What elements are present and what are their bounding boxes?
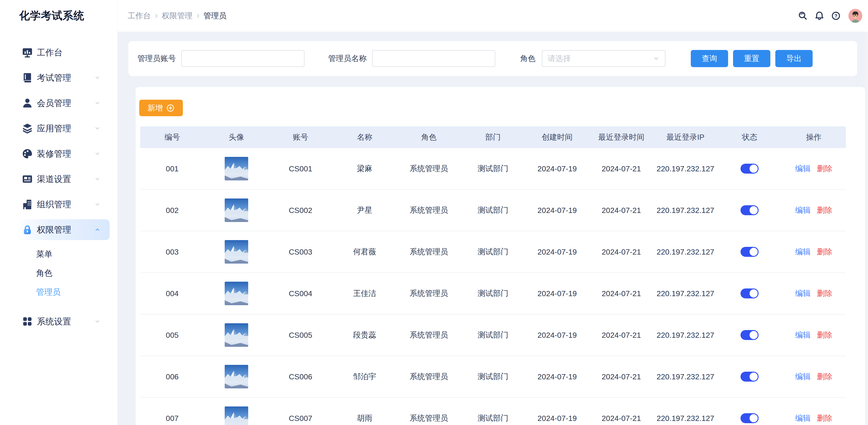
- app-logo: 化学考试系统: [19, 8, 84, 23]
- sidebar-item-book[interactable]: 考试管理: [0, 67, 117, 88]
- toggle-knob: [749, 290, 758, 298]
- help-icon[interactable]: ?: [831, 11, 841, 21]
- cell-last-login-ip: 220.197.232.127: [653, 314, 718, 356]
- sidebar-item-label: 渠道设置: [37, 173, 71, 185]
- role-select[interactable]: 请选择: [542, 50, 665, 67]
- edit-link[interactable]: 编辑: [795, 413, 811, 423]
- scrollbar-track[interactable]: [865, 32, 868, 425]
- sidebar-item-dashboard[interactable]: 工作台: [0, 42, 117, 63]
- delete-link[interactable]: 删除: [817, 330, 832, 340]
- cell-id: 006: [140, 356, 204, 397]
- edit-link[interactable]: 编辑: [795, 163, 811, 174]
- sidebar-subitem[interactable]: 菜单: [0, 245, 117, 264]
- table-row: 005: [140, 314, 846, 356]
- add-button[interactable]: 新增: [139, 100, 183, 116]
- layers-icon: [22, 123, 33, 134]
- cell-id: 003: [140, 231, 204, 272]
- table-row: 004: [140, 273, 846, 314]
- cell-department: 测试部门: [461, 231, 525, 272]
- cell-name: 尹星: [333, 190, 397, 231]
- cell-id: 007: [140, 398, 204, 425]
- user-photo: [225, 365, 248, 388]
- cell-account: CS001: [269, 148, 333, 189]
- cell-name: 段贵蕊: [333, 314, 397, 356]
- admin-account-input[interactable]: [181, 50, 305, 67]
- chevron-down-icon: [652, 55, 660, 62]
- breadcrumb-item-workbench[interactable]: 工作台: [128, 11, 151, 21]
- sidebar-item-layers[interactable]: 应用管理: [0, 118, 117, 139]
- palette-icon: [22, 148, 33, 160]
- export-button[interactable]: 导出: [775, 50, 813, 67]
- cell-actions: 编辑 删除: [782, 398, 846, 425]
- bell-icon[interactable]: [814, 11, 825, 21]
- cell-status: [717, 231, 782, 272]
- cell-account: CS005: [269, 314, 333, 356]
- status-toggle[interactable]: [741, 247, 758, 257]
- sidebar-item-card[interactable]: 渠道设置: [0, 169, 117, 189]
- cell-role: 系统管理员: [397, 314, 461, 356]
- cell-department: 测试部门: [461, 314, 525, 356]
- user-photo: [225, 199, 248, 222]
- cell-name: 梁麻: [333, 148, 397, 189]
- admin-name-input[interactable]: [372, 50, 495, 67]
- user-avatar[interactable]: [848, 9, 862, 23]
- grid-icon: [22, 315, 33, 327]
- status-toggle[interactable]: [741, 413, 758, 423]
- edit-link[interactable]: 编辑: [795, 330, 811, 340]
- sidebar-item-label: 组织管理: [37, 199, 71, 210]
- cell-actions: 编辑 删除: [782, 356, 846, 397]
- query-button[interactable]: 查询: [691, 50, 728, 67]
- status-toggle[interactable]: [741, 372, 758, 382]
- cell-role: 系统管理员: [397, 356, 461, 397]
- delete-link[interactable]: 删除: [817, 288, 832, 299]
- cell-account: CS007: [269, 398, 333, 425]
- toggle-knob: [749, 248, 758, 256]
- sidebar-item-user[interactable]: 会员管理: [0, 93, 117, 114]
- cell-status: [717, 148, 782, 189]
- status-toggle[interactable]: [741, 330, 758, 340]
- cell-created-time: 2024-07-19: [525, 356, 589, 397]
- cell-account: CS003: [269, 231, 333, 272]
- status-toggle[interactable]: [741, 205, 758, 215]
- cell-last-login-ip: 220.197.232.127: [653, 148, 718, 189]
- cell-avatar: [204, 273, 269, 314]
- delete-link[interactable]: 删除: [817, 371, 832, 382]
- status-toggle[interactable]: [741, 164, 758, 174]
- breadcrumb-item-permission[interactable]: 权限管理: [162, 11, 193, 21]
- add-button-label: 新增: [148, 103, 163, 113]
- edit-link[interactable]: 编辑: [795, 247, 811, 257]
- cell-department: 测试部门: [461, 356, 525, 397]
- search-icon[interactable]: [798, 11, 808, 21]
- chevron-up-icon: [94, 226, 101, 233]
- status-toggle[interactable]: [741, 289, 758, 298]
- toggle-knob: [749, 372, 758, 381]
- edit-link[interactable]: 编辑: [795, 205, 811, 215]
- reset-button[interactable]: 重置: [733, 50, 770, 67]
- book-icon: [22, 72, 33, 84]
- cell-name: 何君薇: [333, 231, 397, 272]
- sidebar-item-palette[interactable]: 装修管理: [0, 143, 117, 164]
- topbar-actions: ?: [798, 9, 862, 23]
- chevron-down-icon: [94, 99, 101, 107]
- sidebar-submenu: 菜单角色管理员: [0, 245, 117, 302]
- delete-link[interactable]: 删除: [817, 413, 832, 423]
- sidebar: 化学考试系统 工作台考试管理会员管理应用管理装修管理渠道设置组织管理权限管理菜单…: [0, 0, 118, 425]
- column-header: 头像: [204, 126, 269, 148]
- sidebar-subitem[interactable]: 管理员: [0, 282, 117, 302]
- delete-link[interactable]: 删除: [817, 163, 832, 174]
- admin-account-label: 管理员账号: [137, 53, 176, 64]
- sidebar-item-grid[interactable]: 系统设置: [0, 311, 117, 332]
- sidebar-subitem[interactable]: 角色: [0, 264, 117, 282]
- app-window: 化学考试系统 工作台考试管理会员管理应用管理装修管理渠道设置组织管理权限管理菜单…: [0, 0, 868, 425]
- sidebar-item-building[interactable]: 组织管理: [0, 194, 117, 215]
- delete-link[interactable]: 删除: [817, 247, 832, 257]
- delete-link[interactable]: 删除: [817, 205, 832, 215]
- sidebar-item-lock[interactable]: 权限管理: [0, 219, 117, 240]
- cell-status: [717, 190, 782, 231]
- sidebar-item-label: 工作台: [37, 47, 63, 58]
- edit-link[interactable]: 编辑: [795, 288, 811, 299]
- cell-avatar: [204, 231, 269, 272]
- table-row: 002: [140, 190, 846, 231]
- edit-link[interactable]: 编辑: [795, 371, 811, 382]
- cell-status: [717, 356, 782, 397]
